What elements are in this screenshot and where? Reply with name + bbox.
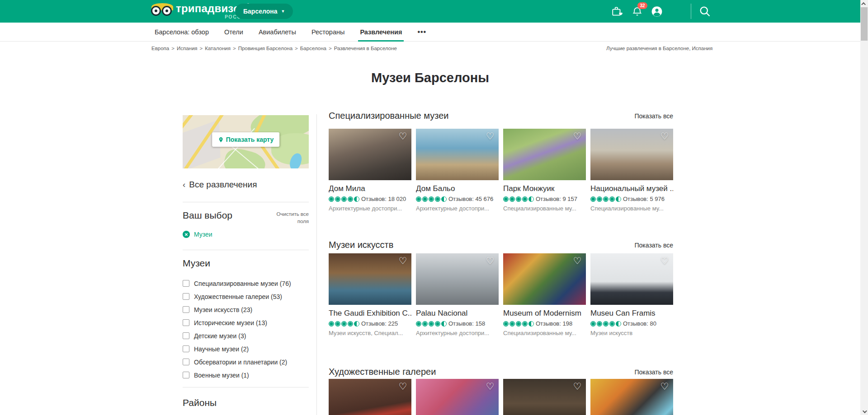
card-image[interactable]: ♡ xyxy=(590,253,673,305)
breadcrumb-barcelona[interactable]: Барселона xyxy=(300,46,326,51)
save-heart-button[interactable]: ♡ xyxy=(485,256,495,266)
city-selector-button[interactable]: Барселона ▼ xyxy=(235,4,293,19)
vertical-scrollbar[interactable] xyxy=(860,0,868,415)
trips-button[interactable] xyxy=(611,5,623,17)
notifications-button[interactable]: 32 xyxy=(631,5,643,17)
all-attractions-back-link[interactable]: ‹Все развлечения xyxy=(183,180,257,190)
attraction-card: ♡ Дом Бальо Отзывов: 45 676 Архитектурны… xyxy=(416,129,499,212)
card-title[interactable]: The Gaudi Exhibition C... xyxy=(329,309,411,318)
card-category: Архитектурные достопри... xyxy=(416,205,499,212)
chevron-down-icon xyxy=(863,409,867,413)
show-map-button[interactable]: Показать карту xyxy=(212,132,280,147)
map-preview[interactable]: Показать карту xyxy=(183,115,309,168)
city-selector-label: Барселона xyxy=(243,8,277,15)
save-heart-button[interactable]: ♡ xyxy=(397,381,408,392)
nav-overview[interactable]: Барселона: обзор xyxy=(155,23,209,42)
save-heart-button[interactable]: ♡ xyxy=(572,381,583,392)
breadcrumb-spain[interactable]: Испания xyxy=(177,46,198,51)
card-image[interactable]: ♡ xyxy=(590,129,673,180)
card-image[interactable]: ♡ xyxy=(503,129,586,180)
clear-all-filters-link[interactable]: Очистить все поля xyxy=(273,211,309,225)
filter-art-museums[interactable]: Музеи искусств (23) xyxy=(183,303,309,316)
card-category: Музеи искусств, Специал... xyxy=(329,330,411,336)
nav-attractions[interactable]: Развлечения xyxy=(360,23,402,42)
profile-button[interactable] xyxy=(651,5,663,17)
your-choice-title: Ваш выбор xyxy=(183,210,232,221)
review-count: Отзывов: 225 xyxy=(361,320,398,327)
card-category: Архитектурные достопри... xyxy=(329,205,411,212)
remove-filter-icon[interactable]: ✕ xyxy=(183,231,190,238)
card-image[interactable]: ♡ xyxy=(329,253,411,305)
scroll-up-button[interactable] xyxy=(860,0,868,7)
filter-children-museums[interactable]: Детские музеи (3) xyxy=(183,329,309,342)
breadcrumb-catalonia[interactable]: Каталония xyxy=(205,46,231,51)
card-title[interactable]: Palau Nacional xyxy=(416,309,499,318)
card-category: Музеи искусств xyxy=(590,330,673,336)
rating-bubbles xyxy=(503,321,534,326)
filter-history-museums[interactable]: Исторические музеи (13) xyxy=(183,316,309,329)
attraction-card: ♡ The Gaudi Exhibition C... Отзывов: 225… xyxy=(329,253,411,336)
card-image[interactable]: ♡ xyxy=(416,253,499,305)
filter-checkbox[interactable] xyxy=(183,332,189,339)
owl-logo-icon xyxy=(151,3,174,19)
section-title-art-museums: Музеи искусств xyxy=(329,240,393,250)
save-heart-button[interactable]: ♡ xyxy=(659,256,670,266)
card-category: Специализированные му... xyxy=(503,205,586,212)
breadcrumb-province[interactable]: Провинция Барселона xyxy=(238,46,292,51)
show-all-link-galleries[interactable]: Показать все xyxy=(635,368,673,376)
suitcase-heart-icon xyxy=(611,5,623,17)
save-heart-button[interactable]: ♡ xyxy=(485,381,495,392)
card-image[interactable]: ♡ xyxy=(416,129,499,180)
sidebar-main-divider xyxy=(316,114,317,415)
save-heart-button[interactable]: ♡ xyxy=(659,381,670,392)
save-heart-button[interactable]: ♡ xyxy=(485,131,495,142)
breadcrumb-europe[interactable]: Европа xyxy=(151,46,169,51)
save-heart-button[interactable]: ♡ xyxy=(572,256,583,266)
nav-flights[interactable]: Авиабилеты xyxy=(259,23,296,42)
card-title[interactable]: Museu Can Framis xyxy=(590,309,673,318)
nav-more-button[interactable]: ••• xyxy=(417,28,426,36)
card-title[interactable]: Дом Бальо xyxy=(416,184,499,193)
chevron-left-icon: ‹ xyxy=(183,180,185,189)
filter-checkbox[interactable] xyxy=(183,293,189,300)
scroll-down-button[interactable] xyxy=(860,408,868,415)
nav-hotels[interactable]: Отели xyxy=(224,23,243,42)
nav-restaurants[interactable]: Рестораны xyxy=(311,23,344,42)
filter-checkbox[interactable] xyxy=(183,359,189,365)
filter-checkbox[interactable] xyxy=(183,372,189,378)
save-heart-button[interactable]: ♡ xyxy=(397,131,408,142)
museums-filter-title: Музеи xyxy=(183,258,210,269)
card-title[interactable]: Дом Мила xyxy=(329,184,411,193)
notification-count-badge: 32 xyxy=(637,2,647,9)
filter-art-galleries[interactable]: Художественные галереи (53) xyxy=(183,290,309,303)
card-title[interactable]: Национальный музей ... xyxy=(590,184,673,193)
selected-filter-tag-museums[interactable]: ✕ Музеи xyxy=(183,231,212,238)
card-title[interactable]: Museum of Modernism xyxy=(503,309,586,318)
card-image[interactable]: ♡ xyxy=(329,129,411,180)
show-all-link-specialized[interactable]: Показать все xyxy=(635,112,673,120)
card-image[interactable]: ♡ xyxy=(503,253,586,305)
breadcrumb-right-text: Лучшие развлечения в Барселоне, Испания xyxy=(606,46,712,51)
save-heart-button[interactable]: ♡ xyxy=(659,131,670,142)
filter-checkbox[interactable] xyxy=(183,280,189,287)
card-image[interactable]: ♡ xyxy=(590,379,673,415)
show-all-link-art-museums[interactable]: Показать все xyxy=(635,242,673,249)
attraction-card: ♡ xyxy=(503,379,586,415)
filter-specialized-museums[interactable]: Специализированные музеи (76) xyxy=(183,277,309,290)
save-heart-button[interactable]: ♡ xyxy=(572,131,583,142)
save-heart-button[interactable]: ♡ xyxy=(397,256,408,266)
filter-checkbox[interactable] xyxy=(183,345,189,352)
card-image[interactable]: ♡ xyxy=(416,379,499,415)
card-title[interactable]: Парк Монжуик xyxy=(503,184,586,193)
filter-checkbox[interactable] xyxy=(183,306,189,313)
search-icon xyxy=(698,5,711,18)
filter-science-museums[interactable]: Научные музеи (2) xyxy=(183,342,309,355)
filter-observatories[interactable]: Обсерватории и планетарии (2) xyxy=(183,355,309,368)
breadcrumb: Европа>Испания>Каталония>Провинция Барсе… xyxy=(151,46,397,51)
card-image[interactable]: ♡ xyxy=(503,379,586,415)
scrollbar-thumb[interactable] xyxy=(861,7,868,41)
card-image[interactable]: ♡ xyxy=(329,379,411,415)
filter-checkbox[interactable] xyxy=(183,319,189,326)
search-button[interactable] xyxy=(698,5,711,18)
filter-military-museums[interactable]: Военные музеи (1) xyxy=(183,368,309,382)
